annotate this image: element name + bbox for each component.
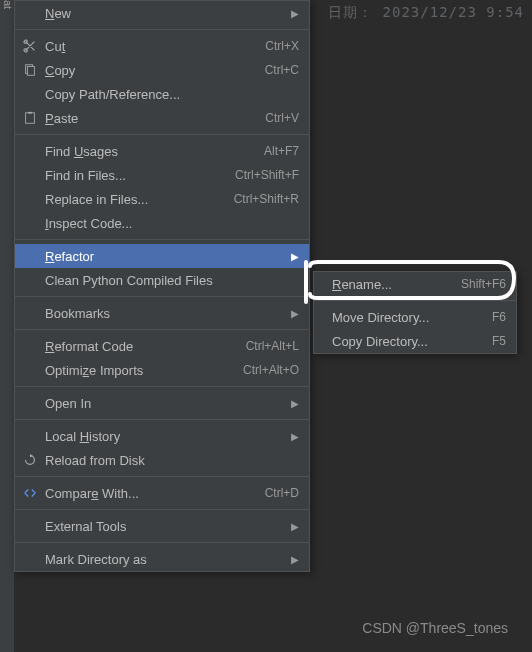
shortcut: Shift+F6 — [461, 277, 506, 291]
menu-inspect-code[interactable]: Inspect Code... — [15, 211, 309, 235]
menu-find-usages[interactable]: Find Usages Alt+F7 — [15, 139, 309, 163]
menu-label: Open In — [45, 396, 289, 411]
blank-icon — [320, 276, 326, 292]
submenu-copy-directory[interactable]: Copy Directory... F5 — [314, 329, 516, 353]
blank-icon — [21, 272, 39, 288]
menu-label: Clean Python Compiled Files — [45, 273, 299, 288]
menu-optimize-imports[interactable]: Optimize Imports Ctrl+Alt+O — [15, 358, 309, 382]
menu-label: External Tools — [45, 519, 289, 534]
shortcut: Ctrl+V — [265, 111, 299, 125]
chevron-right-icon: ▶ — [289, 431, 299, 442]
menu-label: Bookmarks — [45, 306, 289, 321]
blank-icon — [21, 143, 39, 159]
chevron-right-icon: ▶ — [289, 521, 299, 532]
menu-label: Inspect Code... — [45, 216, 299, 231]
menu-label: New — [45, 6, 289, 21]
shortcut: Alt+F7 — [264, 144, 299, 158]
menu-label: Find in Files... — [45, 168, 219, 183]
menu-label: Copy — [45, 63, 249, 78]
separator — [15, 386, 309, 387]
chevron-right-icon: ▶ — [289, 8, 299, 19]
menu-label: Rename... — [332, 277, 445, 292]
chevron-right-icon: ▶ — [289, 308, 299, 319]
menu-new[interactable]: New ▶ — [15, 1, 309, 25]
chevron-right-icon: ▶ — [289, 554, 299, 565]
menu-paste[interactable]: Paste Ctrl+V — [15, 106, 309, 130]
side-tab: at — [0, 0, 14, 652]
shortcut: Ctrl+Alt+L — [246, 339, 299, 353]
menu-bookmarks[interactable]: Bookmarks ▶ — [15, 301, 309, 325]
menu-mark-directory-as[interactable]: Mark Directory as ▶ — [15, 547, 309, 571]
shortcut: Ctrl+Alt+O — [243, 363, 299, 377]
reload-icon — [21, 452, 39, 468]
menu-replace-in-files[interactable]: Replace in Files... Ctrl+Shift+R — [15, 187, 309, 211]
blank-icon — [21, 428, 39, 444]
blank-icon — [21, 395, 39, 411]
svg-rect-3 — [28, 112, 32, 114]
menu-label: Replace in Files... — [45, 192, 218, 207]
blank-icon — [320, 333, 326, 349]
menu-label: Paste — [45, 111, 249, 126]
shortcut: Ctrl+X — [265, 39, 299, 53]
menu-label: Compare With... — [45, 486, 249, 501]
submenu-rename[interactable]: Rename... Shift+F6 — [314, 272, 516, 296]
context-menu: New ▶ Cut Ctrl+X Copy Ctrl+C Copy Path/R… — [14, 0, 310, 572]
separator — [15, 239, 309, 240]
blank-icon — [21, 5, 39, 21]
copy-icon — [21, 62, 39, 78]
blank-icon — [21, 167, 39, 183]
menu-label: Find Usages — [45, 144, 248, 159]
menu-clean-python[interactable]: Clean Python Compiled Files — [15, 268, 309, 292]
svg-rect-1 — [27, 67, 34, 76]
menu-find-in-files[interactable]: Find in Files... Ctrl+Shift+F — [15, 163, 309, 187]
clipboard-icon — [21, 110, 39, 126]
menu-open-in[interactable]: Open In ▶ — [15, 391, 309, 415]
separator — [15, 542, 309, 543]
menu-label: Cut — [45, 39, 249, 54]
menu-label: Optimize Imports — [45, 363, 227, 378]
blank-icon — [21, 551, 39, 567]
blank-icon — [21, 518, 39, 534]
menu-reload-from-disk[interactable]: Reload from Disk — [15, 448, 309, 472]
blank-icon — [21, 248, 39, 264]
menu-copy-path[interactable]: Copy Path/Reference... — [15, 82, 309, 106]
menu-label: Copy Path/Reference... — [45, 87, 299, 102]
chevron-right-icon: ▶ — [289, 251, 299, 262]
shortcut: Ctrl+Shift+F — [235, 168, 299, 182]
blank-icon — [21, 362, 39, 378]
menu-copy[interactable]: Copy Ctrl+C — [15, 58, 309, 82]
menu-label: Mark Directory as — [45, 552, 289, 567]
scissors-icon — [21, 38, 39, 54]
separator — [15, 509, 309, 510]
blank-icon — [21, 86, 39, 102]
refactor-submenu: Rename... Shift+F6 Move Directory... F6 … — [313, 271, 517, 354]
shortcut: Ctrl+C — [265, 63, 299, 77]
menu-label: Reload from Disk — [45, 453, 299, 468]
blank-icon — [21, 338, 39, 354]
menu-reformat-code[interactable]: Reformat Code Ctrl+Alt+L — [15, 334, 309, 358]
shortcut: F6 — [492, 310, 506, 324]
menu-label: Move Directory... — [332, 310, 476, 325]
menu-compare-with[interactable]: Compare With... Ctrl+D — [15, 481, 309, 505]
blank-icon — [320, 309, 326, 325]
menu-label: Refactor — [45, 249, 289, 264]
separator — [314, 300, 516, 301]
menu-refactor[interactable]: Refactor ▶ — [15, 244, 309, 268]
menu-external-tools[interactable]: External Tools ▶ — [15, 514, 309, 538]
separator — [15, 476, 309, 477]
watermark: CSDN @ThreeS_tones — [362, 620, 508, 636]
separator — [15, 134, 309, 135]
shortcut: Ctrl+D — [265, 486, 299, 500]
menu-local-history[interactable]: Local History ▶ — [15, 424, 309, 448]
svg-rect-2 — [26, 113, 35, 124]
separator — [15, 296, 309, 297]
background-text: 日期： 2023/12/23 9:54 — [328, 4, 524, 22]
blank-icon — [21, 305, 39, 321]
menu-cut[interactable]: Cut Ctrl+X — [15, 34, 309, 58]
shortcut: F5 — [492, 334, 506, 348]
shortcut: Ctrl+Shift+R — [234, 192, 299, 206]
submenu-move-directory[interactable]: Move Directory... F6 — [314, 305, 516, 329]
separator — [15, 419, 309, 420]
separator — [15, 329, 309, 330]
menu-label: Local History — [45, 429, 289, 444]
